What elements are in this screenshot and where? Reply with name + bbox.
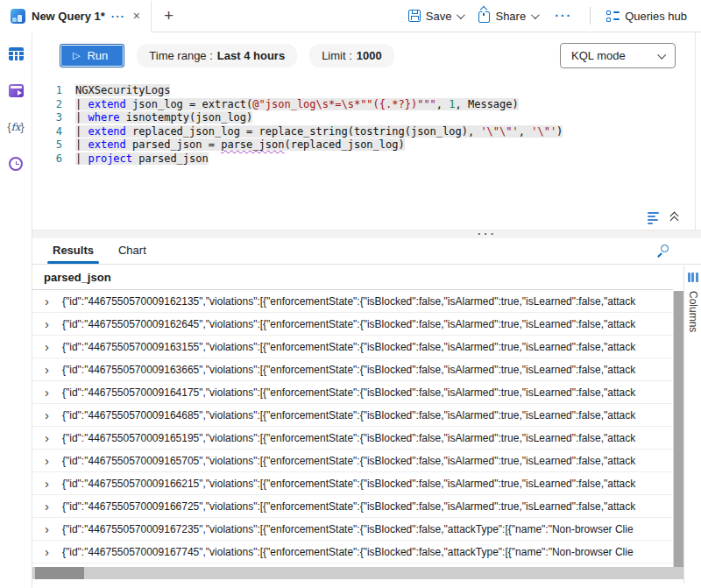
result-row[interactable]: ›{"id":"4467550570009165195","violations… (32, 427, 673, 450)
line-number: 6 (32, 152, 74, 166)
row-json-text: {"id":"4467550570009163155","violations"… (62, 341, 673, 353)
line-number: 5 (32, 138, 74, 152)
expand-chevron-icon[interactable]: › (45, 431, 62, 444)
top-actions: Save Share ··· Queries hub (403, 6, 701, 26)
expand-chevron-icon[interactable]: › (45, 408, 62, 422)
format-query-icon[interactable] (646, 210, 661, 226)
code-line[interactable]: | extend parsed_json = parse_json(replac… (75, 138, 695, 152)
code-line[interactable]: NGXSecurityLogs (75, 84, 695, 98)
row-json-text: {"id":"4467550570009165705","violations"… (62, 455, 673, 467)
save-button[interactable]: Save (403, 6, 469, 26)
table-icon (9, 47, 24, 60)
result-row[interactable]: ›{"id":"4467550570009167235","violations… (32, 518, 673, 541)
database-icon (9, 84, 24, 97)
collapse-editor-icon[interactable] (669, 213, 680, 223)
editor-lines: NGXSecurityLogs| extend json_log = extra… (74, 79, 695, 230)
query-editor[interactable]: 123456 NGXSecurityLogs| extend json_log … (32, 79, 696, 230)
save-icon (408, 10, 421, 22)
run-label: Run (87, 49, 108, 62)
columns-icon[interactable] (688, 273, 698, 282)
time-range-label: Time range : (149, 49, 213, 62)
app-window: New Query 1* ··· × + Save Share ··· Quer… (0, 0, 701, 588)
tab-chart[interactable]: Chart (118, 244, 146, 264)
play-icon: ▷ (73, 51, 80, 60)
chevron-down-icon (657, 51, 666, 60)
history-clock-icon (9, 157, 23, 171)
search-icon[interactable] (658, 244, 671, 258)
tab-results[interactable]: Results (53, 244, 94, 264)
function-icon: {fx} (7, 121, 24, 133)
code-line[interactable]: | where isnotempty(json_log) (75, 111, 695, 125)
column-header-label: parsed_json (44, 271, 111, 284)
expand-chevron-icon[interactable]: › (45, 340, 62, 353)
save-label: Save (426, 10, 452, 23)
row-json-text: {"id":"4467550570009165195","violations"… (62, 432, 673, 444)
vertical-scrollbar[interactable] (673, 291, 683, 572)
horizontal-scrollbar-thumb[interactable] (35, 567, 84, 579)
result-row[interactable]: ›{"id":"4467550570009163155","violations… (32, 336, 673, 358)
results-panel: Results Chart parsed_json ›{"id":"446755… (32, 238, 701, 584)
chevron-down-icon (531, 11, 540, 19)
result-row[interactable]: ›{"id":"4467550570009165705","violations… (32, 450, 673, 472)
row-json-text: {"id":"4467550570009164175","violations"… (62, 386, 673, 399)
row-json-text: {"id":"4467550570009163665","violations"… (62, 364, 673, 376)
row-json-text: {"id":"4467550570009167235","violations"… (62, 523, 673, 535)
columns-panel-label[interactable]: Columns (687, 291, 699, 332)
queries-hub-button[interactable]: Queries hub (601, 6, 692, 26)
limit-label: Limit : (322, 49, 352, 62)
share-label: Share (495, 10, 526, 23)
line-number: 4 (32, 125, 74, 139)
kusto-query-icon (11, 9, 25, 24)
result-row[interactable]: ›{"id":"4467550570009166215","violations… (32, 472, 673, 495)
tab-more-icon[interactable]: ··· (111, 10, 125, 23)
sidebar-item-database[interactable] (7, 81, 25, 99)
row-json-text: {"id":"4467550570009162645","violations"… (62, 318, 673, 330)
run-button[interactable]: ▷ Run (60, 44, 124, 67)
code-line[interactable]: | project parsed_json (75, 152, 695, 166)
chevron-down-icon (457, 11, 465, 19)
expand-chevron-icon[interactable]: › (45, 522, 62, 535)
new-tab-button[interactable]: + (152, 6, 186, 25)
divider (590, 7, 591, 25)
code-line[interactable]: | extend json_log = extract(@"json_log\s… (75, 98, 695, 112)
result-row[interactable]: ›{"id":"4467550570009162645","violations… (32, 313, 673, 336)
sidebar-item-tables[interactable] (7, 45, 25, 62)
line-number: 2 (32, 98, 74, 112)
expand-chevron-icon[interactable]: › (45, 363, 62, 376)
result-row[interactable]: ›{"id":"4467550570009167745","violations… (32, 541, 673, 563)
sidebar-item-history[interactable] (7, 155, 25, 173)
expand-chevron-icon[interactable]: › (45, 317, 62, 330)
result-row[interactable]: ›{"id":"4467550570009166725","violations… (32, 495, 673, 518)
row-json-text: {"id":"4467550570009162135","violations"… (62, 295, 673, 308)
result-row[interactable]: ›{"id":"4467550570009162135","violations… (32, 290, 673, 313)
left-icon-sidebar: {fx} (0, 32, 32, 588)
more-menu-button[interactable]: ··· (548, 9, 579, 23)
expand-chevron-icon[interactable]: › (45, 454, 62, 467)
panel-splitter[interactable]: ··· (32, 230, 701, 238)
result-row[interactable]: ›{"id":"4467550570009164175","violations… (32, 381, 673, 404)
column-header-parsed-json[interactable]: parsed_json (32, 265, 673, 290)
result-row[interactable]: ›{"id":"4467550570009163665","violations… (32, 358, 673, 381)
share-icon (478, 11, 490, 23)
expand-chevron-icon[interactable]: › (45, 499, 62, 513)
code-line[interactable]: | extend replaced_json_log = replace_str… (75, 125, 695, 139)
kql-mode-dropdown[interactable]: KQL mode (560, 43, 676, 68)
query-tab[interactable]: New Query 1* ··· × (0, 1, 152, 32)
time-range-value: Last 4 hours (217, 49, 285, 62)
expand-chevron-icon[interactable]: › (45, 386, 62, 399)
queries-hub-icon (606, 11, 620, 22)
kql-mode-value: KQL mode (571, 49, 626, 62)
sidebar-item-functions[interactable]: {fx} (7, 118, 25, 136)
expand-chevron-icon[interactable]: › (45, 294, 62, 308)
share-button[interactable]: Share (473, 6, 542, 26)
expand-chevron-icon[interactable]: › (45, 545, 62, 558)
limit-picker[interactable]: Limit : 1000 (309, 44, 394, 67)
time-range-picker[interactable]: Time range : Last 4 hours (137, 44, 297, 67)
tab-close-icon[interactable]: × (131, 9, 142, 23)
tab-title: New Query 1* (32, 10, 105, 23)
result-row[interactable]: ›{"id":"4467550570009164685","violations… (32, 404, 673, 427)
columns-side-panel[interactable]: Columns (683, 266, 701, 584)
horizontal-scrollbar[interactable] (32, 567, 683, 579)
line-number: 3 (32, 111, 74, 125)
expand-chevron-icon[interactable]: › (45, 477, 62, 490)
